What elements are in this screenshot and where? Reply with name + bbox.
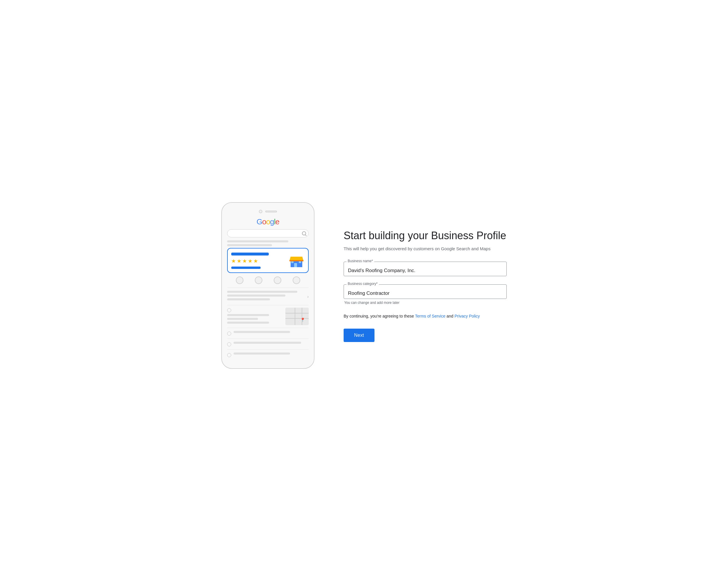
star-3: ★ [242, 258, 247, 264]
globe-icon [227, 353, 231, 357]
terms-prefix: By continuing, you're agreeing to these [343, 314, 415, 318]
nav-icon-2 [255, 276, 262, 284]
phone-icon [227, 342, 231, 346]
business-card: ★ ★ ★ ★ ★ [227, 248, 309, 273]
svg-rect-3 [299, 261, 301, 263]
phone-section-clock [227, 328, 309, 339]
placeholder-line [227, 322, 269, 324]
nav-icon-1 [236, 276, 244, 284]
section-lines [227, 291, 305, 302]
terms-text: By continuing, you're agreeing to these … [343, 313, 507, 319]
placeholder-line [227, 298, 270, 300]
svg-rect-5 [289, 260, 303, 261]
section-lines [234, 342, 309, 346]
store-icon [288, 253, 305, 269]
phone-section-1: › [227, 288, 309, 305]
nav-icon-3 [274, 276, 281, 284]
phone-section-globe [227, 349, 309, 360]
map-thumbnail: 📍 [285, 308, 309, 325]
map-line-v [295, 308, 295, 325]
business-name-label: Business name* [346, 259, 374, 263]
placeholder-line [234, 342, 301, 344]
form-side: Start building your Business Profile Thi… [343, 229, 507, 342]
section-lines [234, 352, 309, 356]
business-category-field-group: Business category* You can change and ad… [343, 284, 507, 305]
terms-and: and [446, 314, 455, 318]
placeholder-line [227, 314, 269, 316]
phone-map-section: 📍 [227, 305, 309, 328]
phone-nav-row [227, 276, 309, 284]
star-4: ★ [248, 258, 253, 264]
star-1: ★ [231, 258, 236, 264]
phone-search-bar [227, 229, 309, 237]
phone-speaker [265, 211, 277, 212]
privacy-policy-link[interactable]: Privacy Policy [455, 314, 480, 318]
search-icon [302, 231, 306, 235]
business-name-field-group: Business name* [343, 262, 507, 276]
business-name-input[interactable] [343, 262, 507, 276]
placeholder-line [227, 318, 258, 320]
svg-marker-4 [289, 257, 303, 261]
nav-icon-4 [293, 276, 300, 284]
placeholder-line [227, 244, 272, 246]
next-button[interactable]: Next [343, 329, 375, 342]
card-content: ★ ★ ★ ★ ★ [231, 253, 285, 269]
terms-of-service-link[interactable]: Terms of Service [415, 314, 445, 318]
business-category-input[interactable] [343, 284, 507, 299]
svg-rect-2 [291, 261, 294, 263]
map-line-h [285, 318, 309, 319]
location-icon [227, 308, 231, 312]
google-logo: Google [227, 217, 309, 226]
page-title: Start building your Business Profile [343, 229, 507, 242]
phone-mockup: Google ★ ★ ★ ★ ★ [221, 202, 320, 369]
arrow-right-icon: › [307, 294, 309, 299]
star-5: ★ [253, 258, 258, 264]
clock-icon [227, 332, 231, 336]
section-lines [234, 331, 309, 335]
phone-section-phone [227, 339, 309, 349]
placeholder-line [227, 291, 297, 293]
card-subtitle-bar [231, 266, 261, 269]
map-left-content [227, 308, 283, 325]
business-category-label: Business category* [346, 282, 379, 286]
svg-rect-1 [294, 263, 297, 267]
map-pin: 📍 [300, 318, 305, 322]
phone-camera [259, 210, 262, 213]
map-line-v [302, 308, 302, 325]
star-2: ★ [237, 258, 242, 264]
category-hint: You can change and add more later [343, 301, 507, 305]
main-container: Google ★ ★ ★ ★ ★ [204, 202, 524, 369]
placeholder-line [227, 295, 285, 297]
map-line-h [285, 313, 309, 314]
placeholder-line [227, 240, 288, 242]
phone-notch [227, 210, 309, 213]
placeholder-line [234, 352, 290, 355]
page-subtitle: This will help you get discovered by cus… [343, 246, 507, 252]
stars-row: ★ ★ ★ ★ ★ [231, 258, 285, 264]
placeholder-line [234, 331, 290, 333]
card-title-bar [231, 253, 269, 255]
